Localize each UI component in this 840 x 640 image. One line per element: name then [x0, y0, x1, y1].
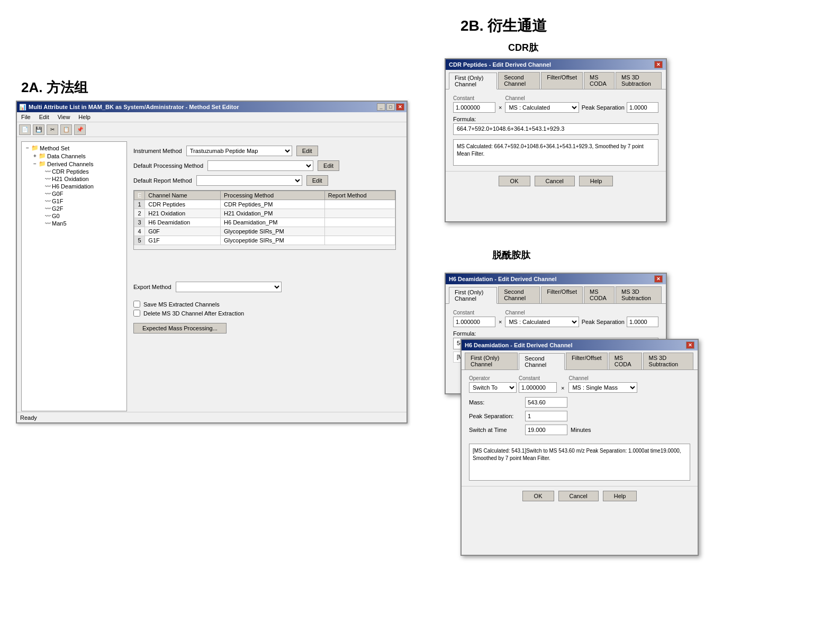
table-row[interactable]: 3 H6 Deamidation H6 Deamidation_PM — [134, 218, 395, 227]
tree-g1f[interactable]: 〰 G1F — [24, 197, 124, 205]
cdr-tab-3[interactable]: Filter/Offset — [541, 72, 583, 89]
tree-man5[interactable]: 〰 Man5 — [24, 220, 124, 227]
close-btn[interactable]: ✕ — [396, 103, 404, 111]
h6-bottom-close-btn[interactable]: ✕ — [686, 341, 694, 349]
expected-mass-btn[interactable]: Expected Mass Processing... — [133, 323, 227, 333]
edit-instrument-btn[interactable]: Edit — [296, 146, 318, 156]
h6-bottom-tab-2[interactable]: Second Channel — [519, 353, 565, 370]
cdr-cancel-btn[interactable]: Cancel — [535, 176, 575, 186]
menu-view[interactable]: View — [56, 113, 73, 121]
h6-oper-select[interactable]: Switch To — [469, 382, 517, 393]
h6-top-tab-4[interactable]: MS CODA — [584, 286, 615, 303]
h6-switch-input[interactable] — [525, 425, 567, 435]
checkbox-area: Save MS Extracted Channels Delete MS 3D … — [133, 301, 396, 317]
h6-channel-select[interactable]: MS : Single Mass — [568, 382, 637, 393]
tree-derived-label: Derived Channels — [47, 161, 93, 167]
tree-data-channels[interactable]: + 📁 Data Channels — [24, 152, 124, 160]
minimize-btn[interactable]: _ — [377, 103, 385, 111]
export-select[interactable] — [176, 282, 282, 292]
h6-bottom-titlebar[interactable]: H6 Deamidation - Edit Derived Channel ✕ — [462, 340, 698, 350]
menu-file[interactable]: File — [19, 113, 33, 121]
h6-top-peak-input[interactable] — [627, 317, 658, 327]
report-label: Default Report Method — [133, 177, 192, 184]
h6-bottom-tab-4[interactable]: MS CODA — [609, 353, 642, 369]
maximize-btn[interactable]: □ — [386, 103, 395, 111]
h6-top-tab-1[interactable]: First (Only) Channel — [449, 287, 497, 304]
main-titlebar[interactable]: 📊 Multi Attribute List in MAM_BK as Syst… — [17, 102, 407, 112]
cdr-tab-1[interactable]: First (Only) Channel — [449, 73, 497, 89]
cdr-tab-2[interactable]: Second Channel — [498, 72, 540, 89]
tree-derived-channels[interactable]: − 📁 Derived Channels — [24, 160, 124, 168]
cdr-close-btn[interactable]: ✕ — [654, 61, 663, 68]
h6-top-tab-2[interactable]: Second Channel — [498, 286, 540, 303]
toolbar-btn-2[interactable]: 💾 — [33, 124, 44, 135]
table-row[interactable]: 2 H21 Oxidation H21 Oxidation_PM — [134, 209, 395, 218]
tree-method-set[interactable]: − 📁 Method Set — [24, 144, 124, 152]
tree-h21-oxidation[interactable]: 〰 H21 Oxidation — [24, 175, 124, 183]
h6-bottom-body: Operator Switch To Constant × Channel MS… — [462, 370, 698, 486]
h6-bottom-tab-5[interactable]: MS 3D Subtraction — [643, 353, 693, 369]
save-ms-checkbox[interactable] — [133, 301, 140, 308]
h6-top-tab-5[interactable]: MS 3D Subtraction — [616, 286, 662, 303]
h6-top-channel-select[interactable]: MS : Calculated — [505, 317, 579, 327]
h6-top-close-btn[interactable]: ✕ — [654, 275, 663, 283]
edit-processing-btn[interactable]: Edit — [318, 160, 339, 171]
table-row[interactable]: 4 G0F Glycopeptide SIRs_PM — [134, 227, 395, 236]
tree-cdr-peptides[interactable]: 〰 CDR Peptides — [24, 168, 124, 175]
h6-mass-row: Mass: — [469, 397, 690, 408]
h6-top-const-input[interactable] — [453, 317, 495, 327]
h6-top-channel-lbl: Channel — [505, 310, 579, 316]
cdr-peak-sep-input[interactable] — [627, 102, 658, 113]
table-row[interactable]: 1 CDR Peptides CDR Peptides_PM — [134, 200, 395, 209]
toolbar-btn-4[interactable]: 📋 — [60, 124, 72, 135]
h6-const-input[interactable] — [519, 382, 557, 393]
cdr-ok-btn[interactable]: OK — [499, 176, 530, 186]
report-select[interactable] — [196, 175, 302, 186]
h6-cancel-btn[interactable]: Cancel — [558, 491, 599, 501]
subsection-cdr-label: CDR肽 — [508, 41, 538, 54]
delete-ms-label: Delete MS 3D Channel After Extraction — [143, 310, 244, 317]
table-row[interactable]: 5 G1F Glycopeptide SIRs_PM — [134, 236, 395, 245]
tree-g0[interactable]: 〰 G0 — [24, 212, 124, 220]
channel-name-4: G0F — [145, 227, 221, 236]
tree-g0f[interactable]: 〰 G0F — [24, 190, 124, 197]
instrument-method-row: Instrument Method Trastuzumab Peptide Ma… — [133, 146, 396, 156]
menu-help[interactable]: Help — [76, 113, 93, 121]
tree-h21-label: H21 Oxidation — [52, 176, 89, 182]
h6-ok-btn[interactable]: OK — [522, 491, 554, 501]
h6-top-constant-row: Constant × Channel MS : Calculated Peak … — [453, 309, 658, 327]
delete-ms-checkbox[interactable] — [133, 310, 140, 317]
h6-top-tabs: First (Only) Channel Second Channel Filt… — [446, 284, 666, 304]
col-header-report: Report Method — [324, 191, 395, 200]
instrument-method-select[interactable]: Trastuzumab Peptide Map — [186, 146, 292, 156]
h6-bottom-tab-1[interactable]: First (Only) Channel — [465, 353, 518, 369]
h6-top-formula-label: Formula: — [453, 330, 658, 337]
section-2b-label: 2B. 衍生通道 — [460, 16, 547, 36]
cdr-constant-input[interactable] — [453, 102, 495, 113]
cdr-dialog-titlebar[interactable]: CDR Peptides - Edit Derived Channel ✕ — [446, 59, 666, 70]
h6-peak-sep-input[interactable] — [525, 411, 567, 421]
toolbar-btn-3[interactable]: ✂ — [47, 124, 58, 135]
h6-help-btn[interactable]: Help — [603, 491, 637, 501]
h6-bottom-tab-3[interactable]: Filter/Offset — [566, 353, 608, 369]
cdr-tab-5[interactable]: MS 3D Subtraction — [616, 72, 662, 89]
h6-mass-input[interactable] — [525, 397, 567, 408]
h6-top-titlebar[interactable]: H6 Deamidation - Edit Derived Channel ✕ — [446, 274, 666, 284]
tree-g0-label: G0 — [52, 213, 60, 219]
tree-g2f[interactable]: 〰 G2F — [24, 205, 124, 212]
cdr-help-btn[interactable]: Help — [579, 176, 613, 186]
tree-h6-deamidation[interactable]: 〰 H6 Deamidation — [24, 183, 124, 190]
menu-edit[interactable]: Edit — [37, 113, 51, 121]
h6-top-tab-3[interactable]: Filter/Offset — [541, 286, 583, 303]
cdr-channel-select[interactable]: MS : Calculated — [505, 102, 579, 113]
right-panel: Instrument Method Trastuzumab Peptide Ma… — [127, 141, 402, 411]
report-3 — [324, 218, 395, 227]
cdr-tab-4[interactable]: MS CODA — [584, 72, 615, 89]
toolbar-btn-1[interactable]: 📄 — [19, 124, 31, 135]
edit-report-btn[interactable]: Edit — [306, 175, 328, 186]
cdr-formula-box[interactable]: 664.7+592.0+1048.6+364.1+543.1+929.3 — [453, 123, 658, 135]
main-window: 📊 Multi Attribute List in MAM_BK as Syst… — [16, 101, 408, 423]
toolbar-btn-5[interactable]: 📌 — [74, 124, 86, 135]
cdr-dialog-title: CDR Peptides - Edit Derived Channel — [449, 61, 551, 68]
processing-select[interactable] — [207, 160, 313, 171]
